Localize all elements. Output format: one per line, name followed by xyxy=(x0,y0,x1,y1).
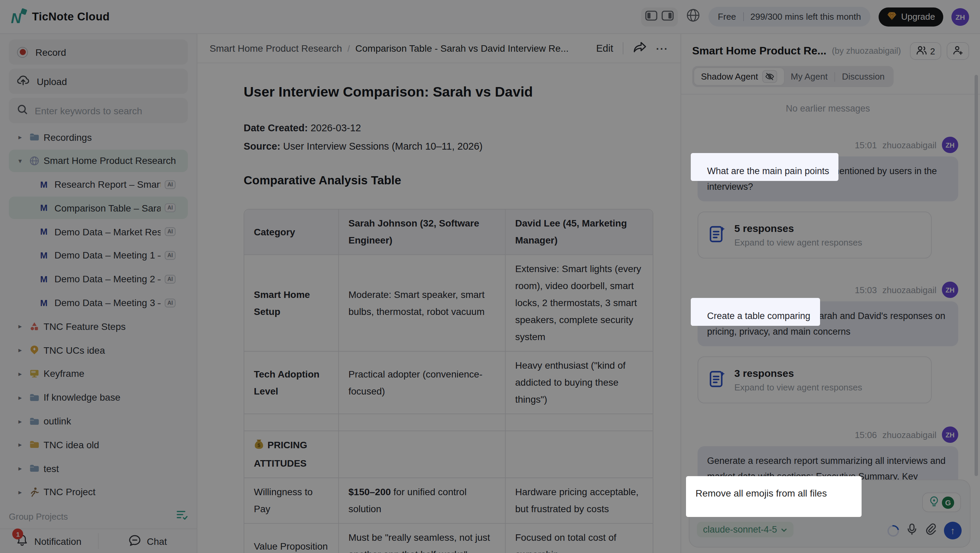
message-spotlight: What are the main pain points xyxy=(691,153,839,181)
message-spotlight: Create a table comparing xyxy=(691,298,820,326)
app-window: N TicNote Cloud Free 299/300 mins left t… xyxy=(0,0,980,553)
dim-overlay xyxy=(0,0,980,553)
composer-input-spotlight[interactable]: Remove all emojis from all files xyxy=(686,476,862,517)
